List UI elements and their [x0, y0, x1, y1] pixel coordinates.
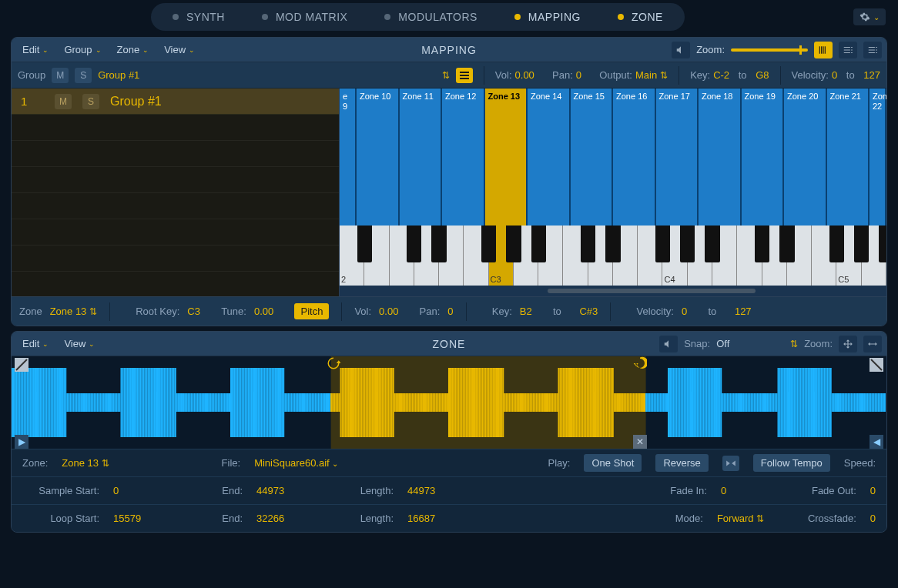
zone-key-lo[interactable]: B2 [520, 306, 532, 317]
group-menu[interactable]: Group⌄ [58, 42, 107, 58]
zone-cell[interactable]: Zone 21 [827, 89, 870, 226]
white-key[interactable] [812, 226, 836, 286]
oneshot-button[interactable]: One Shot [584, 454, 642, 472]
zone-cell[interactable]: Zone 12 [442, 89, 485, 226]
end-marker[interactable]: ◀ [870, 435, 883, 449]
tab-modulators[interactable]: MODULATORS [366, 6, 496, 28]
key-hi[interactable]: G8 [756, 69, 769, 81]
zone-cell[interactable]: Zone 20 [784, 89, 827, 226]
fadein[interactable]: 0 [721, 485, 798, 496]
zone-cell[interactable]: Zon 22 [870, 89, 886, 226]
white-key[interactable]: C3 [489, 226, 514, 286]
row-solo-button[interactable]: S [82, 94, 99, 109]
vel-lo[interactable]: 0 [832, 69, 837, 81]
start-marker[interactable]: ▶ [15, 435, 28, 449]
zone-cell[interactable]: Zone 18 [699, 89, 742, 226]
white-key[interactable] [862, 226, 886, 286]
zone-cell[interactable]: Zone 19 [742, 89, 785, 226]
zone-vel-lo[interactable]: 0 [682, 306, 687, 317]
zone-vol[interactable]: 0.00 [379, 306, 398, 317]
output-value[interactable]: Main [635, 69, 657, 81]
settings-button[interactable]: ⌄ [853, 8, 886, 25]
loop-mode[interactable]: Forward ⇅ [717, 513, 794, 524]
loop-end[interactable]: 32266 [256, 513, 326, 524]
white-key[interactable] [638, 226, 662, 286]
loop-start[interactable]: 15579 [113, 513, 183, 524]
white-key[interactable] [712, 226, 737, 286]
white-key[interactable] [414, 226, 439, 286]
fade-in-handle[interactable] [15, 358, 28, 372]
zone-cell[interactable]: e 9 [340, 89, 357, 226]
zone-cell[interactable]: Zone 10 [357, 89, 400, 226]
white-key[interactable] [787, 226, 812, 286]
group-list-toggle[interactable] [456, 68, 473, 83]
pan-value[interactable]: 0 [576, 69, 581, 81]
rootkey-value[interactable]: C3 [187, 306, 200, 317]
tab-mod-matrix[interactable]: MOD MATRIX [243, 6, 366, 28]
white-key[interactable] [514, 226, 538, 286]
white-key[interactable] [439, 226, 464, 286]
horizontal-scrollbar[interactable] [340, 286, 886, 296]
zone-menu[interactable]: Zone⌄ [111, 42, 156, 58]
zone-cell[interactable]: Zone 13 [485, 89, 528, 226]
zoom-slider[interactable] [731, 48, 808, 52]
vel-hi[interactable]: 127 [863, 69, 880, 81]
row-mute-button[interactable]: M [55, 94, 72, 109]
follow-tempo-button[interactable]: Follow Tempo [753, 454, 830, 472]
speaker-button[interactable] [672, 42, 690, 58]
key-lo[interactable]: C-2 [713, 69, 729, 81]
reverse-button[interactable]: Reverse [655, 454, 708, 472]
zone-cell[interactable]: Zone 14 [528, 89, 571, 226]
vol-value[interactable]: 0.00 [515, 69, 534, 81]
zone-name-dropdown[interactable]: Zone 13 ⇅ [50, 306, 97, 317]
snap-dropdown-icon[interactable]: ⇅ [790, 339, 798, 349]
white-key[interactable]: 2 [340, 226, 364, 286]
mute-button[interactable]: M [52, 68, 69, 83]
white-key[interactable] [390, 226, 414, 286]
tab-zone[interactable]: ZONE [599, 6, 682, 28]
piano-keyboard[interactable]: 2C3C4C5 [340, 226, 886, 286]
fadeout[interactable]: 0 [870, 485, 876, 496]
white-key[interactable] [563, 226, 588, 286]
sample-end[interactable]: 44973 [256, 485, 326, 496]
white-key[interactable]: C5 [836, 226, 861, 286]
sample-start[interactable]: 0 [113, 485, 183, 496]
white-key[interactable] [538, 226, 563, 286]
param-zone-dropdown[interactable]: Zone 13 ⇅ [62, 457, 109, 469]
solo-button[interactable]: S [75, 68, 92, 83]
white-key[interactable] [688, 226, 712, 286]
view-zones-button[interactable] [814, 42, 833, 58]
zone-pan[interactable]: 0 [447, 306, 453, 317]
zone-cell[interactable]: Zone 15 [571, 89, 614, 226]
loop-crossfade-marker[interactable]: ✕ [633, 435, 647, 449]
white-key[interactable] [588, 226, 613, 286]
view-zone-list-button[interactable] [863, 42, 882, 58]
loop-length[interactable]: 16687 [407, 513, 477, 524]
param-file-dropdown[interactable]: MiniSquare60.aif ⌄ [254, 457, 338, 469]
zoom-fit-vert-button[interactable] [839, 336, 857, 352]
tab-mapping[interactable]: MAPPING [496, 6, 599, 28]
tune-value[interactable]: 0.00 [254, 306, 273, 317]
flex-button[interactable] [722, 456, 739, 471]
zone-cell[interactable]: Zone 11 [400, 89, 443, 226]
white-key[interactable] [364, 226, 389, 286]
white-key[interactable] [613, 226, 638, 286]
white-key[interactable] [737, 226, 762, 286]
crossfade[interactable]: 0 [870, 513, 876, 524]
white-key[interactable] [762, 226, 787, 286]
view-group-button[interactable] [839, 42, 857, 58]
group-row[interactable]: 1 M S Group #1 [12, 89, 339, 115]
white-key[interactable]: C4 [662, 226, 687, 286]
loop-start-marker[interactable] [327, 356, 342, 372]
zone-speaker-button[interactable] [659, 336, 678, 352]
zoom-fit-horiz-button[interactable] [863, 336, 882, 352]
zone-key-hi[interactable]: C#3 [579, 306, 598, 317]
zone-cell[interactable]: Zone 16 [613, 89, 656, 226]
group-updown-icon[interactable]: ⇅ [442, 70, 450, 81]
zone-cell[interactable]: Zone 17 [656, 89, 699, 226]
group-name-dropdown[interactable]: Group #1 [98, 69, 139, 81]
fade-out-handle[interactable] [870, 358, 883, 372]
zone-view-menu[interactable]: View⌄ [58, 336, 101, 352]
tab-synth[interactable]: SYNTH [154, 6, 243, 28]
pitch-button[interactable]: Pitch [294, 303, 329, 319]
